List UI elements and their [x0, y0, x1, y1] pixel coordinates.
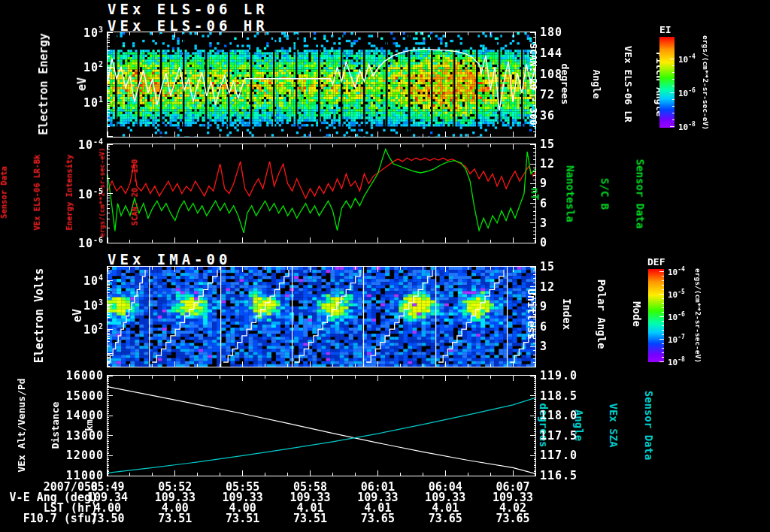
p1-left-tick: 103 [38, 26, 104, 40]
p3-right-tick: 3 [540, 340, 593, 353]
ima-colorbar-tick-label: 10-8 [668, 356, 685, 367]
footer-value: 73.50 [79, 512, 136, 525]
p3-right-tick: 6 [540, 320, 593, 334]
panel1-left-axis-label: Electron Energy eV [12, 33, 114, 135]
p2-right-tick: 6 [540, 197, 593, 210]
footer-value: 73.65 [349, 512, 406, 525]
els-colorbar [659, 37, 675, 128]
els-colorbar-tick-label: 10-6 [678, 87, 696, 98]
p2-right-tick: 15 [540, 138, 593, 151]
energy-intensity-line [108, 158, 535, 198]
p4-left-tick: 16000 [38, 369, 104, 382]
p2-left-tick: 10-5 [38, 187, 104, 201]
els-colorbar-tick-label: 10-8 [678, 121, 696, 132]
p1-left-tick: 102 [38, 60, 104, 74]
panel1-title-lr: VEx ELS-06 LR [108, 1, 268, 17]
p1-left-tick: 101 [38, 95, 104, 110]
p4-right-tick: 118.5 [540, 389, 593, 403]
p3-right-tick: 9 [540, 300, 593, 313]
p2-right-tick: 0 [540, 236, 593, 249]
p2-left-tick: 10-4 [38, 138, 104, 152]
els-spectrogram-panel [107, 32, 536, 138]
footer-value: 73.51 [214, 512, 271, 525]
scb-line [108, 150, 535, 233]
p1-right-tick: 36 [540, 109, 593, 122]
sza-line [108, 397, 535, 473]
p1-right-tick: 108 [540, 68, 593, 81]
p3-left-tick: 103 [38, 298, 104, 313]
p3-right-tick: 12 [540, 280, 593, 294]
panel3-title: VEx IMA-00 [108, 251, 231, 268]
p4-left-tick: 13000 [38, 429, 104, 443]
p3-left-tick: 104 [38, 274, 104, 288]
els-colorbar-tick-label: 10-4 [678, 53, 696, 65]
p1-right-tick: 144 [540, 47, 593, 60]
ima-spectrogram-panel [107, 266, 536, 367]
ima-colorbar-tick-label: 10-7 [668, 334, 685, 345]
p2-left-tick: 10-6 [38, 236, 104, 250]
altitude-line [108, 387, 535, 474]
footer-value: 73.65 [417, 512, 474, 525]
p4-right-tick: 118.0 [540, 409, 593, 422]
pitch-angle-line [108, 49, 535, 110]
p4-left-tick: 12000 [38, 449, 104, 462]
colorbar1-title: EI [659, 24, 671, 35]
ephemeris-panel [107, 375, 536, 476]
ima-colorbar-gradient [648, 269, 664, 362]
intensity-lines [108, 144, 535, 243]
p1-right-tick: 180 [540, 26, 593, 39]
ima-spectrogram-image [108, 267, 535, 367]
footer-value: 73.51 [282, 512, 339, 525]
p3-left-tick: 102 [38, 322, 104, 337]
p1-right-tick: 72 [540, 88, 593, 101]
colorbar2-units: ergs/(cm**2-sr-sec-eV) [694, 268, 702, 363]
altitude-sza-lines [108, 376, 535, 476]
ima-colorbar-tick-label: 10-4 [668, 266, 685, 277]
colorbar2-title: DEF [647, 256, 665, 268]
ima-colorbar [648, 269, 664, 362]
p4-right-tick: 117.0 [540, 449, 593, 462]
footer-value: 73.51 [147, 512, 204, 525]
vex-quicklook-plot: VEx ELS-06 LR VEx ELS-06 HR VEx IMA-00 E… [0, 0, 770, 532]
colorbar1-units: ergs/(cm**2-sr-sec-eV) [702, 35, 710, 130]
ima-colorbar-tick-label: 10-6 [668, 311, 685, 322]
p2-right-tick: 9 [540, 177, 593, 190]
els-colorbar-gradient [659, 37, 675, 128]
p4-right-tick: 116.5 [540, 469, 593, 482]
pitch-angle-overlay [108, 32, 535, 137]
footer-value: 73.65 [484, 512, 541, 525]
p3-right-tick: 15 [540, 260, 593, 274]
p4-right-tick: 119.0 [540, 369, 593, 382]
els-intensity-panel [107, 144, 536, 243]
p4-left-tick: 14000 [38, 409, 104, 422]
panel4-right-axis-label: Sensor Data VEx SZA Angle degrees [514, 391, 678, 461]
p2-right-tick: 12 [540, 157, 593, 171]
p4-left-tick: 15000 [38, 389, 104, 403]
p2-right-tick: 3 [540, 216, 593, 230]
ima-colorbar-tick-label: 10-5 [668, 289, 685, 300]
p4-right-tick: 117.5 [540, 429, 593, 443]
